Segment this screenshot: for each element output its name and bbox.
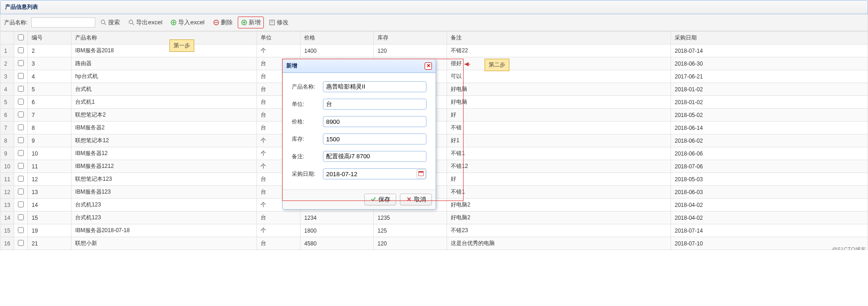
cell-remark: 不错12	[447, 160, 671, 173]
cell-name: 台式机	[71, 83, 257, 96]
row-number: 2	[0, 57, 14, 70]
cancel-button[interactable]: 取消	[400, 194, 432, 206]
cell-id: 19	[28, 224, 71, 237]
import-excel-button[interactable]: 导入excel	[167, 17, 207, 28]
save-button[interactable]: 保存	[364, 194, 396, 206]
cell-stock: 120	[374, 237, 447, 250]
cell-price: 4580	[300, 237, 374, 250]
select-all-checkbox[interactable]	[18, 34, 24, 40]
row-checkbox[interactable]	[18, 189, 24, 195]
delete-button[interactable]: 删除	[210, 17, 236, 28]
cell-name: IBM服务器1212	[71, 160, 257, 173]
row-checkbox[interactable]	[18, 214, 24, 220]
row-checkbox[interactable]	[18, 86, 24, 92]
cell-name: 台式机123	[71, 211, 257, 224]
row-number: 9	[0, 147, 14, 160]
date-label: 采购日期:	[292, 170, 323, 178]
unit-label: 单位:	[292, 100, 323, 108]
search-button[interactable]: 搜索	[97, 17, 123, 28]
row-checkbox[interactable]	[18, 99, 24, 105]
cell-name: 台式机1	[71, 96, 257, 109]
col-price[interactable]: 价格	[300, 32, 374, 45]
col-rownum	[0, 32, 14, 45]
row-checkbox[interactable]	[18, 111, 24, 117]
row-checkbox[interactable]	[18, 150, 24, 156]
col-name[interactable]: 产品名称	[71, 32, 257, 45]
cell-id: 14	[28, 199, 71, 211]
add-dialog: 新增 ✕ 产品名称: 单位: 价格: 库存: 备注: 采购日期:	[282, 59, 436, 210]
row-checkbox[interactable]	[18, 60, 24, 66]
cell-remark: 好1	[447, 134, 671, 147]
dialog-body: 产品名称: 单位: 价格: 库存: 备注: 采购日期:	[283, 73, 436, 189]
date-picker-trigger[interactable]	[416, 169, 426, 178]
row-number: 11	[0, 173, 14, 186]
table-row[interactable]: 1415台式机123台12341235好电脑22018-04-02	[0, 211, 868, 224]
edit-icon	[269, 19, 275, 26]
check-icon	[370, 196, 377, 204]
col-id[interactable]: 编号	[28, 32, 71, 45]
cell-date: 2018-06-06	[671, 147, 868, 160]
cell-name: 路由器	[71, 57, 257, 70]
cell-id: 15	[28, 211, 71, 224]
cell-id: 21	[28, 237, 71, 250]
cell-unit: 个	[257, 224, 300, 237]
dialog-close-button[interactable]: ✕	[425, 62, 432, 70]
cell-remark: 好电脑	[447, 83, 671, 96]
row-checkbox[interactable]	[18, 240, 24, 246]
search-icon	[100, 19, 107, 26]
table-row[interactable]: 12IBM服务器2018个1400120不错222018-07-14	[0, 45, 868, 57]
row-checkbox[interactable]	[18, 73, 24, 79]
row-number: 14	[0, 211, 14, 224]
cell-date: 2018-04-02	[671, 199, 868, 211]
row-checkbox-cell	[14, 173, 28, 186]
col-date[interactable]: 采购日期	[671, 32, 868, 45]
row-number: 12	[0, 186, 14, 199]
cancel-icon	[406, 196, 412, 204]
row-checkbox[interactable]	[18, 137, 24, 143]
cell-name: 联想笔记本12	[71, 134, 257, 147]
export-excel-button[interactable]: 导出excel	[125, 17, 165, 28]
watermark: @51CTO博客	[832, 246, 866, 250]
row-checkbox[interactable]	[18, 47, 24, 53]
svg-line-3	[132, 23, 134, 25]
cell-date: 2018-07-06	[671, 160, 868, 173]
table-row[interactable]: 1621联想小新台4580120这是台优秀的电脑2018-07-10	[0, 237, 868, 250]
price-label: 价格:	[292, 118, 323, 126]
cell-stock: 1235	[374, 211, 447, 224]
row-checkbox[interactable]	[18, 176, 24, 182]
cell-date: 2018-05-03	[671, 173, 868, 186]
dialog-header[interactable]: 新增 ✕	[283, 59, 436, 73]
table-row[interactable]: 1519IBM服务器2018-07-18个1800125不错232018-07-…	[0, 224, 868, 237]
cell-unit: 个	[257, 45, 300, 57]
row-number: 16	[0, 237, 14, 250]
svg-point-0	[101, 20, 105, 24]
cell-name: IBM服务器2018	[71, 45, 257, 57]
name-field[interactable]	[323, 81, 426, 92]
col-unit[interactable]: 单位	[257, 32, 300, 45]
svg-rect-16	[419, 171, 424, 172]
cell-date: 2018-06-03	[671, 186, 868, 199]
price-field[interactable]	[323, 116, 426, 127]
row-checkbox-cell	[14, 211, 28, 224]
cell-unit: 台	[257, 237, 300, 250]
add-button[interactable]: 新增	[238, 17, 264, 28]
col-stock[interactable]: 库存	[374, 32, 447, 45]
export-icon	[128, 19, 135, 26]
row-checkbox-cell	[14, 237, 28, 250]
edit-button[interactable]: 修改	[266, 17, 292, 28]
add-icon	[241, 19, 247, 26]
remark-field[interactable]	[323, 151, 426, 162]
col-remark[interactable]: 备注	[447, 32, 671, 45]
date-field[interactable]	[323, 168, 426, 179]
row-checkbox[interactable]	[18, 163, 24, 169]
row-checkbox-cell	[14, 186, 28, 199]
col-checkbox[interactable]	[14, 32, 28, 45]
row-checkbox[interactable]	[18, 201, 24, 207]
row-checkbox[interactable]	[18, 124, 24, 130]
svg-line-1	[104, 23, 106, 25]
stock-field[interactable]	[323, 134, 426, 145]
cell-date: 2018-07-14	[671, 45, 868, 57]
row-checkbox[interactable]	[18, 227, 24, 233]
unit-field[interactable]	[323, 99, 426, 110]
search-input[interactable]	[31, 17, 95, 28]
